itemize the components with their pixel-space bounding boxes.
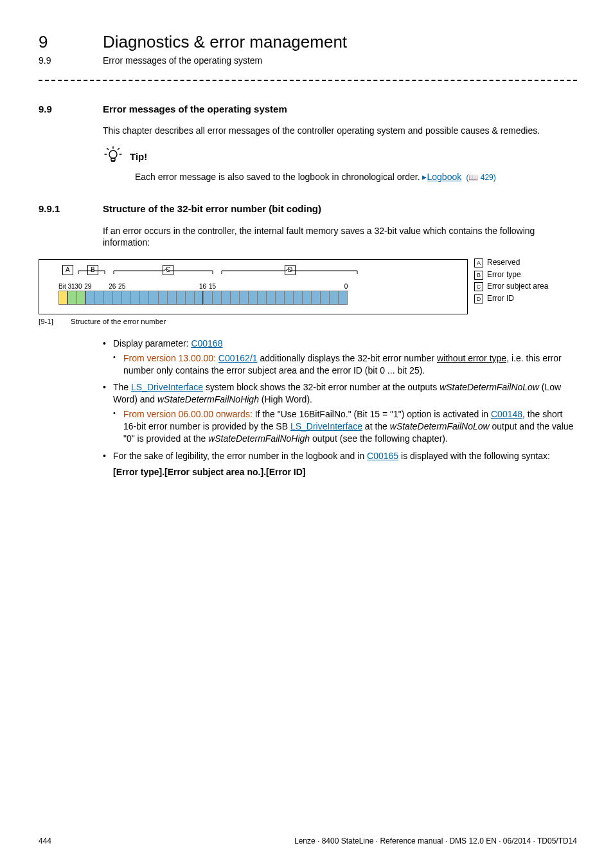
svg-rect-1 — [111, 158, 115, 161]
fig-label-b: B — [87, 265, 98, 275]
section-intro-paragraph: This chapter describes all error message… — [103, 125, 577, 137]
page-number: 444 — [39, 836, 51, 846]
tip-body-text: Each error message is also saved to the … — [135, 172, 422, 182]
bullet-legibility: For the sake of legibility, the error nu… — [103, 450, 577, 478]
legend-b: Error type — [487, 270, 521, 279]
fig-label-d: D — [285, 265, 296, 275]
figure-caption: [9-1]Structure of the error number — [39, 317, 577, 327]
chapter-title: Diagnostics & error management — [103, 32, 347, 51]
fig-label-a: A — [62, 265, 73, 275]
page-footer: 444 Lenze · 8400 StateLine · Reference m… — [39, 836, 577, 846]
separator-line — [39, 80, 577, 81]
link-ls-driveinterface-2[interactable]: LS_DriveInterface — [290, 421, 362, 431]
subsection-title: Structure of the 32-bit error number (bi… — [103, 203, 321, 214]
legend-c: Error subject area — [487, 282, 548, 291]
link-c00168[interactable]: C00168 — [191, 338, 222, 348]
link-ls-driveinterface[interactable]: LS_DriveInterface — [131, 382, 203, 392]
section-title: Error messages of the operating system — [103, 104, 287, 114]
logbook-link[interactable]: Logbook — [427, 172, 461, 182]
svg-line-7 — [118, 149, 120, 150]
figure-caption-text: Structure of the error number — [71, 318, 166, 325]
subchapter-heading: 9.9Error messages of the operating syste… — [39, 55, 577, 67]
bullet-driveinterface-sub: From version 06.00.00 onwards: If the "U… — [113, 408, 577, 445]
figure-legend: AReserved BError type CError subject are… — [474, 257, 577, 314]
lightbulb-icon — [103, 145, 123, 168]
subsection-intro-paragraph: If an error occurs in the controller, th… — [103, 225, 577, 249]
figure-error-number: A B C D — [39, 257, 577, 314]
svg-line-6 — [107, 149, 109, 150]
section-heading: 9.9Error messages of the operating syste… — [39, 103, 577, 116]
subchapter-title: Error messages of the operating system — [103, 55, 262, 66]
chapter-heading: 9Diagnostics & error management — [39, 31, 577, 53]
svg-point-0 — [109, 150, 117, 158]
link-c00148[interactable]: C00148 — [491, 409, 522, 419]
subchapter-number: 9.9 — [39, 55, 103, 67]
tip-label: Tip! — [130, 150, 147, 163]
fig-label-c: C — [163, 265, 173, 275]
legend-d: Error ID — [487, 294, 514, 303]
logbook-pageref[interactable]: (📖 429) — [464, 173, 496, 182]
bullet-display-parameter: Display parameter: C00168 From version 1… — [103, 338, 577, 377]
tip-box: Tip! Each error message is also saved to… — [103, 145, 577, 183]
link-c00162-1[interactable]: C00162/1 — [218, 353, 258, 363]
legend-a: Reserved — [487, 258, 520, 267]
figure-caption-num: [9-1] — [39, 317, 71, 327]
tip-body: Each error message is also saved to the … — [135, 171, 577, 183]
subsection-number: 9.9.1 — [39, 203, 103, 215]
error-syntax: [Error type].[Error subject area no.].[E… — [113, 467, 306, 477]
section-number: 9.9 — [39, 103, 103, 116]
subsection-heading: 9.9.1Structure of the 32-bit error numbe… — [39, 203, 577, 215]
bullet-driveinterface: The LS_DriveInterface system block shows… — [103, 381, 577, 444]
bullet-display-sub: From version 13.00.00: C00162/1 addition… — [113, 352, 577, 377]
link-c00165[interactable]: C00165 — [367, 451, 398, 461]
chapter-number: 9 — [39, 31, 103, 53]
footer-right: Lenze · 8400 StateLine · Reference manua… — [294, 836, 577, 846]
